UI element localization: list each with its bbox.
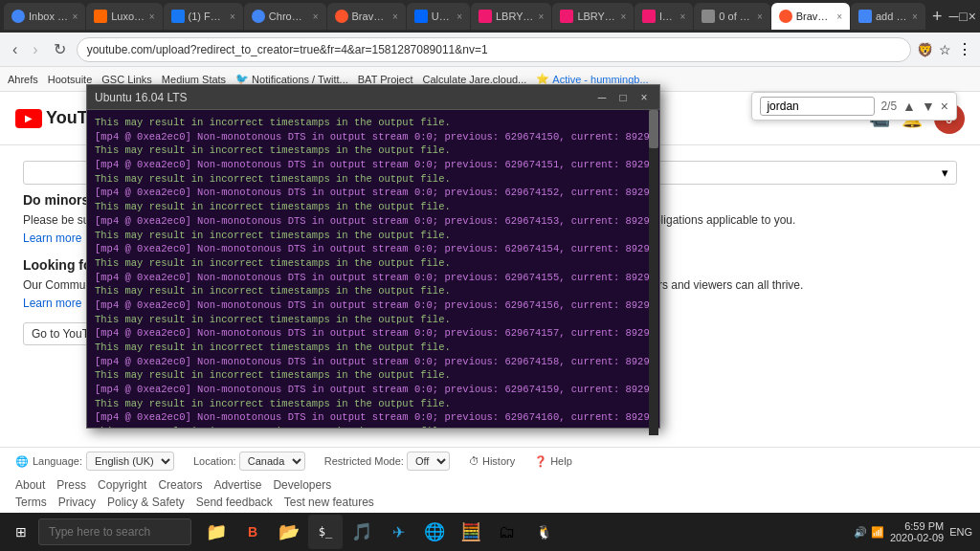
terminal-close-btn[interactable]: ×: [636, 90, 652, 105]
bookmark-calculate[interactable]: Calculate Jare.cloud...: [422, 74, 526, 85]
history-link[interactable]: ⏱ History: [469, 455, 515, 467]
footer-test[interactable]: Test new features: [284, 496, 374, 509]
bookmark-ahrefs[interactable]: Ahrefs: [8, 74, 38, 85]
bookmark-gsc[interactable]: GSC Links: [101, 74, 152, 85]
taskbar-app-folder[interactable]: 📂: [272, 515, 306, 549]
restricted-select[interactable]: Off: [407, 452, 450, 471]
network-icon[interactable]: 📶: [871, 526, 884, 539]
find-input[interactable]: [760, 97, 875, 116]
bookmark-medium[interactable]: Medium Stats: [162, 74, 226, 85]
taskbar-app-terminal[interactable]: $_: [308, 515, 343, 549]
bookmark-bat[interactable]: BAT Project: [358, 74, 413, 85]
tab-brave-active[interactable]: Brave Re... ×: [771, 3, 850, 30]
terminal-line: This may result in incorrect timestamps …: [95, 200, 652, 214]
new-tab-button[interactable]: +: [926, 7, 948, 27]
taskbar-app-chrome[interactable]: 🌐: [417, 515, 452, 549]
terminal-title-text: Ubuntu 16.04 LTS: [95, 91, 589, 104]
yt-footer: 🌐 Language: English (UK) Location: Canad…: [0, 447, 980, 513]
tab-brave1[interactable]: Brave Re... ×: [327, 3, 406, 30]
tab-facebook[interactable]: (1) Faceb... ×: [164, 3, 243, 30]
footer-feedback[interactable]: Send feedback: [196, 496, 273, 509]
taskbar-apps: 📁 B 📂 $_ 🎵 ✈ 🌐 🧮 🗂 🐧: [199, 515, 561, 549]
bookmark-icon[interactable]: ☆: [939, 42, 951, 57]
help-link[interactable]: ❓ Help: [534, 455, 572, 468]
language-select[interactable]: English (UK): [86, 452, 174, 471]
terminal-maximize-btn[interactable]: □: [615, 90, 631, 105]
footer-terms[interactable]: Terms: [15, 496, 47, 509]
taskbar-app-telegram[interactable]: ✈: [381, 515, 415, 549]
tab-add-borrow[interactable]: add borr... ×: [851, 3, 925, 30]
terminal-line: This may result in incorrect timestamps …: [95, 425, 652, 428]
close-button[interactable]: ×: [969, 9, 976, 24]
tab-chrome[interactable]: Chrome R... ×: [244, 3, 326, 30]
brave-shield-icon[interactable]: 🦁: [917, 42, 933, 57]
terminal-line: This may result in incorrect timestamps …: [95, 116, 652, 130]
terminal-line: This may result in incorrect timestamps …: [95, 313, 652, 327]
terminal-titlebar: Ubuntu 16.04 LTS ─ □ ×: [87, 85, 659, 110]
terminal-scrollbar[interactable]: [649, 110, 658, 435]
footer-about[interactable]: About: [15, 478, 45, 492]
tab-gmail[interactable]: Inbox (28)... ×: [4, 3, 85, 30]
tab-lbry1[interactable]: LBRY (LB... ×: [471, 3, 551, 30]
tab-lbrytv[interactable]: lbry.tv ×: [635, 3, 693, 30]
guidance-learn-more[interactable]: Learn more: [23, 297, 81, 310]
terminal-line: [mp4 @ 0xea2ec0] Non-monotonous DTS in o…: [95, 130, 652, 144]
footer-developers[interactable]: Developers: [273, 478, 331, 492]
terminal-line: [mp4 @ 0xea2ec0] Non-monotonous DTS in o…: [95, 326, 652, 341]
back-button[interactable]: ‹: [8, 39, 22, 60]
terminal-window: Ubuntu 16.04 LTS ─ □ × This may result i…: [86, 84, 660, 429]
terminal-line: This may result in incorrect timestamps …: [95, 341, 652, 355]
nav-bar: ‹ › ↻ youtube.com/upload?redirect_to_cre…: [0, 33, 980, 67]
tab-uphold[interactable]: Uphold ×: [407, 3, 470, 30]
forward-button[interactable]: ›: [28, 39, 42, 60]
find-prev-button[interactable]: ▲: [902, 99, 916, 114]
address-bar[interactable]: youtube.com/upload?redirect_to_creator=t…: [77, 37, 911, 62]
bookmark-hootsuite[interactable]: Hootsuite: [48, 74, 92, 85]
location-select[interactable]: Canada: [239, 452, 305, 471]
footer-privacy[interactable]: Privacy: [58, 496, 96, 509]
taskbar-app-music[interactable]: 🎵: [345, 515, 379, 549]
taskbar-system-icons: 🔊 📶: [854, 526, 884, 539]
history-icon: ⏱: [469, 455, 479, 467]
language-label: Language:: [33, 455, 82, 467]
footer-copyright[interactable]: Copyright: [98, 478, 146, 492]
terminal-minimize-btn[interactable]: ─: [594, 90, 610, 105]
tab-lbry2[interactable]: LBRY Cre... ×: [552, 3, 634, 30]
terminal-scrollbar-thumb[interactable]: [649, 110, 658, 148]
find-count: 2/5: [880, 99, 897, 113]
tab-luxor[interactable]: Luxor Mi... ×: [86, 3, 162, 30]
terminal-line: [mp4 @ 0xea2ec0] Non-monotonous DTS in o…: [95, 383, 652, 397]
footer-creators[interactable]: Creators: [158, 478, 202, 492]
taskbar-app-brave[interactable]: B: [235, 515, 270, 549]
taskbar-app-files[interactable]: 📁: [199, 515, 234, 549]
terminal-line: This may result in incorrect timestamps …: [95, 172, 652, 187]
start-button[interactable]: ⊞: [8, 520, 34, 543]
language-selector[interactable]: 🌐 Language: English (UK): [15, 452, 174, 471]
maximize-button[interactable]: □: [959, 9, 967, 24]
settings-icon[interactable]: ⋮: [957, 40, 972, 58]
minors-learn-more[interactable]: Learn more: [23, 231, 81, 245]
terminal-line: This may result in incorrect timestamps …: [95, 368, 652, 383]
footer-bottom-links: Terms Privacy Policy & Safety Send feedb…: [15, 496, 965, 509]
footer-press[interactable]: Press: [56, 478, 86, 492]
find-next-button[interactable]: ▼: [922, 99, 935, 114]
taskbar: ⊞ 📁 B 📂 $_ 🎵 ✈ 🌐 🧮 🗂 🐧 🔊 📶 6:59 PM 2020-…: [0, 513, 980, 551]
terminal-line: This may result in incorrect timestamps …: [95, 397, 652, 411]
taskbar-search[interactable]: [38, 518, 191, 545]
find-close-button[interactable]: ×: [941, 99, 948, 114]
taskbar-app-files2[interactable]: 🗂: [490, 515, 524, 549]
taskbar-date: 2020-02-09: [890, 532, 944, 543]
taskbar-time-display[interactable]: 6:59 PM 2020-02-09: [890, 520, 944, 543]
footer-advertise[interactable]: Advertise: [213, 478, 261, 492]
volume-icon[interactable]: 🔊: [854, 526, 867, 539]
terminal-line: [mp4 @ 0xea2ec0] Non-monotonous DTS in o…: [95, 186, 652, 200]
tab-bar: Inbox (28)... × Luxor Mi... × (1) Faceb.…: [0, 0, 980, 33]
dropdown-arrow: ▾: [942, 165, 948, 180]
reload-button[interactable]: ↻: [49, 38, 71, 60]
taskbar-app-ubuntu[interactable]: 🐧: [526, 515, 561, 549]
terminal-line: This may result in incorrect timestamps …: [95, 256, 652, 271]
footer-policy[interactable]: Policy & Safety: [107, 496, 185, 509]
minimize-button[interactable]: ─: [948, 9, 958, 24]
taskbar-app-calc[interactable]: 🧮: [454, 515, 488, 549]
tab-count[interactable]: 0 of 11 c... ×: [694, 3, 769, 30]
